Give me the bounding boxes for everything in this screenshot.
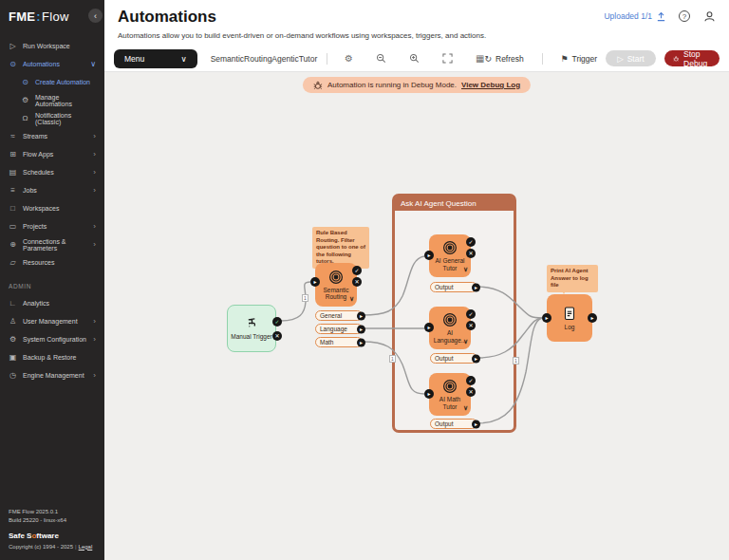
input-port[interactable] (424, 251, 434, 260)
refresh-button[interactable]: Refresh (484, 54, 523, 64)
input-port[interactable] (424, 389, 434, 399)
chevron-down-icon[interactable] (463, 338, 468, 345)
input-port[interactable] (542, 313, 551, 323)
annotation-print-answer[interactable]: Print AI Agent Answer to log file (547, 265, 598, 292)
sidebar: FME:Flow Run Workspace Automations ∨ Cre… (0, 0, 104, 560)
chevron-right-icon: › (93, 132, 96, 140)
chevron-right-icon: › (93, 222, 96, 231)
main-area: Automations Automations allow you to bui… (104, 0, 729, 560)
nodes-icon (9, 60, 17, 68)
node-ai-language-tutor[interactable]: AI Language... (429, 307, 471, 349)
sidebar-item-notifications-classic[interactable]: Notifications (Classic) (0, 109, 104, 127)
menu-button[interactable]: Menu (114, 49, 197, 68)
legal-link[interactable]: Legal (79, 544, 93, 550)
play-icon (617, 54, 624, 64)
sidebar-item-create-automation[interactable]: Create Automation (0, 73, 104, 91)
input-port[interactable] (424, 323, 434, 332)
output-pill-language[interactable]: Language (315, 324, 363, 334)
sidebar-collapse-button[interactable]: ‹ (88, 9, 103, 23)
output-port[interactable] (472, 420, 480, 428)
sidebar-item-flow-apps[interactable]: Flow Apps › (0, 145, 104, 163)
settings-icon[interactable] (345, 53, 353, 64)
sidebar-item-user-management[interactable]: User Management › (0, 312, 104, 330)
failure-port[interactable] (352, 277, 362, 287)
wire-count-badge: 1 (302, 294, 308, 302)
chevron-right-icon: › (93, 317, 96, 326)
node-semantic-routing[interactable]: Semantic Routing (315, 263, 357, 307)
output-port[interactable] (472, 354, 480, 363)
wire-count-badge: 1 (389, 355, 396, 363)
success-port[interactable] (466, 309, 476, 319)
failure-port[interactable] (466, 249, 476, 258)
bug-icon (313, 81, 323, 90)
node-log[interactable]: Log (547, 294, 592, 342)
chevron-down-icon[interactable] (463, 404, 468, 412)
zoom-out-icon[interactable] (376, 53, 386, 64)
sidebar-item-analytics[interactable]: Analytics (0, 294, 104, 312)
failure-port[interactable] (466, 387, 476, 397)
output-pill[interactable]: Output (430, 282, 477, 292)
failure-port[interactable] (272, 331, 282, 341)
input-port[interactable] (310, 277, 320, 287)
output-pill[interactable]: Output (430, 353, 477, 364)
ai-spiral-icon (442, 312, 458, 327)
sidebar-item-manage-automations[interactable]: Manage Automations (0, 91, 104, 109)
uploaded-status[interactable]: Uploaded 1/1 (604, 11, 666, 22)
output-port[interactable] (472, 283, 480, 291)
output-pill-math[interactable]: Math (315, 337, 363, 347)
start-button[interactable]: Start (606, 50, 656, 66)
success-port[interactable] (272, 317, 282, 327)
annotation-rule-based-routing[interactable]: Rule Based Routing. Filter question to o… (312, 227, 369, 269)
output-port[interactable] (357, 338, 365, 346)
sidebar-item-run-workspace[interactable]: Run Workspace (0, 37, 104, 55)
admin-section-label: ADMIN (0, 271, 104, 294)
manual-trigger-hand-icon (245, 317, 259, 331)
output-pill-general[interactable]: General (315, 310, 363, 321)
stop-debug-button[interactable]: Stop Debug (664, 50, 720, 66)
output-pill[interactable]: Output (430, 419, 477, 429)
output-port[interactable] (357, 325, 365, 333)
chevron-down-icon[interactable] (463, 266, 468, 273)
sidebar-item-jobs[interactable]: Jobs › (0, 181, 104, 199)
sidebar-item-projects[interactable]: Projects › (0, 217, 104, 235)
fit-view-icon[interactable] (442, 53, 453, 64)
zoom-in-icon[interactable] (409, 53, 420, 64)
chart-icon (9, 299, 17, 308)
workflow-canvas[interactable]: Automation is running in Debug Mode. Vie… (104, 72, 729, 560)
sidebar-item-resources[interactable]: Resources (0, 253, 104, 271)
node-manual-trigger[interactable]: Manual Trigger (227, 305, 276, 352)
ai-spiral-icon (328, 270, 344, 285)
sidebar-item-connections-parameters[interactable]: Connections & Parameters › (0, 235, 104, 253)
output-port[interactable] (357, 311, 365, 320)
engine-icon (9, 371, 17, 380)
logo-colon-dots: : (36, 9, 41, 24)
success-port[interactable] (466, 237, 476, 247)
view-debug-log-link[interactable]: View Debug Log (461, 81, 520, 89)
success-port[interactable] (352, 266, 362, 275)
sidebar-item-backup-restore[interactable]: Backup & Restore (0, 348, 104, 366)
flag-icon (560, 54, 568, 64)
sidebar-item-system-configuration[interactable]: System Configuration › (0, 330, 104, 348)
sidebar-item-automations[interactable]: Automations ∨ (0, 55, 104, 73)
calendar-icon (9, 168, 17, 177)
success-port[interactable] (466, 376, 476, 385)
sidebar-item-workspaces[interactable]: Workspaces (0, 199, 104, 217)
bell-icon (21, 114, 29, 122)
sidebar-item-schedules[interactable]: Schedules › (0, 163, 104, 181)
chevron-down-icon (180, 54, 186, 64)
node-ai-general-tutor[interactable]: AI General Tutor (429, 234, 471, 277)
sidebar-item-engine-management[interactable]: Engine Management › (0, 366, 104, 384)
streams-icon (9, 132, 17, 140)
safe-software-brand: Safe Software (9, 531, 92, 542)
chevron-down-icon[interactable] (349, 295, 354, 303)
sidebar-item-streams[interactable]: Streams › (0, 127, 104, 145)
failure-port[interactable] (466, 321, 476, 330)
user-menu-button[interactable] (702, 9, 716, 23)
help-button[interactable] (678, 9, 691, 23)
node-ai-math-tutor[interactable]: AI Math Tutor (429, 373, 471, 416)
output-port[interactable] (588, 313, 597, 323)
ai-spiral-icon (442, 240, 458, 255)
grid-icon[interactable] (476, 53, 484, 64)
ai-spiral-icon (442, 379, 458, 394)
trigger-button[interactable]: Trigger (560, 54, 597, 64)
